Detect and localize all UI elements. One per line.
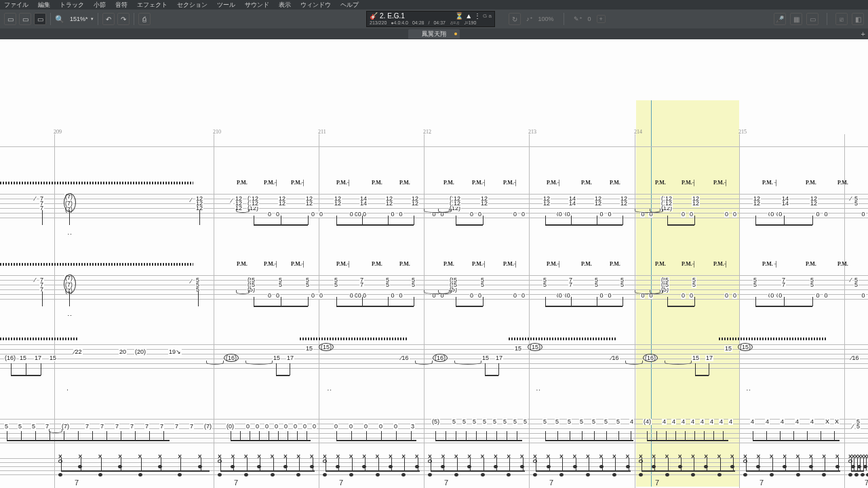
bar-position: 213/220 [370, 20, 387, 26]
layout-page-icon[interactable]: ▭ [4, 13, 16, 25]
menu-track[interactable]: トラック [60, 1, 84, 9]
menu-file[interactable]: ファイル [4, 1, 28, 9]
keyboard-icon[interactable]: ▭ [806, 13, 818, 25]
song-name: E.G.1 [387, 12, 405, 20]
layout-horizontal-icon[interactable]: ▭ [34, 13, 46, 25]
tuner-icon[interactable]: ✎⁺ [574, 16, 583, 22]
menu-effect[interactable]: エフェクト [137, 1, 167, 9]
time-current: 04:28 [412, 20, 425, 26]
key-label: G a [483, 13, 492, 19]
zoom-icon: 🔍 [55, 15, 64, 24]
timesig-icon: ♫=♫ [450, 20, 460, 26]
metronome-icon: ▲ [465, 12, 472, 20]
menu-sound[interactable]: サウンド [245, 1, 269, 9]
zoom-value[interactable]: 151%* [70, 16, 88, 22]
mixer-icon[interactable]: ⎚ [835, 13, 848, 25]
loop-percent[interactable]: 100% [538, 16, 554, 22]
loop-button[interactable]: ↻ [509, 13, 521, 25]
tab-active[interactable]: 鳳翼天翔 [408, 29, 460, 39]
menu-bar-m[interactable]: 小節 [94, 1, 106, 9]
menu-tool[interactable]: ツール [217, 1, 235, 9]
menu-section[interactable]: セクション [177, 1, 208, 9]
menu-window[interactable]: ウィンドウ [300, 1, 331, 9]
tab-title: 鳳翼天翔 [422, 30, 446, 39]
menu-bar: ファイル 編集 トラック 小節 音符 エフェクト セクション ツール サウンド … [0, 0, 868, 9]
mic-icon[interactable]: 🎤 [774, 13, 786, 25]
bar-number: 210 [213, 129, 221, 135]
guitar-icon: 🎸 [370, 12, 378, 20]
more-icon[interactable]: ⋮ [474, 12, 481, 20]
print-button[interactable]: ⎙ [138, 13, 151, 25]
add-tab-button[interactable]: + [861, 30, 865, 38]
score-area[interactable]: 209210211212213214215 P.M.P.M.┤P.M.┤P.M.… [0, 39, 868, 488]
undo-button[interactable]: ↶ [102, 13, 115, 25]
plus-button[interactable]: + [597, 15, 606, 23]
fretboard-icon[interactable]: ▦ [790, 13, 802, 25]
menu-view[interactable]: 表示 [279, 1, 291, 9]
timer-icon: ⏳ [455, 12, 463, 20]
layout-screen-icon[interactable]: ▭ [19, 13, 31, 25]
menu-help[interactable]: ヘルプ [340, 1, 359, 9]
settings-icon[interactable]: ◧ [852, 13, 864, 25]
beat-position: ●4.0:4.0 [391, 20, 408, 26]
zoom-dropdown-icon[interactable]: ▾ [91, 16, 94, 22]
redo-button[interactable]: ↷ [117, 13, 130, 25]
bar-number: 209 [54, 129, 62, 135]
time-total: 04:37 [433, 20, 446, 26]
bar-number: 215 [738, 129, 747, 135]
speed-icon: ♪⁺ [526, 16, 533, 22]
bar-number: 213 [528, 129, 536, 135]
toolbar: ▭ ▭ ▭ 🔍 151%* ▾ ↶ ↷ ⎙ |◀ ◀◀ ▮▮ ▶▶ ▶| 🎸 2… [0, 9, 868, 28]
bar-number: 214 [634, 129, 642, 135]
menu-edit[interactable]: 編集 [38, 1, 50, 9]
tab-modified-dot [454, 33, 457, 35]
bar-number: 211 [318, 129, 326, 135]
song-info-panel[interactable]: 🎸 2. E.G.1 ⏳ ▲ ⋮ G a 213/220 ●4.0:4.0 04… [366, 11, 495, 27]
song-number: 2. [380, 12, 385, 20]
document-tabs: 鳳翼天翔 + [0, 28, 868, 39]
rel-speed[interactable]: 0 [588, 16, 591, 22]
tempo-value: 190 [469, 20, 477, 25]
menu-note[interactable]: 音符 [115, 1, 127, 9]
bar-number: 212 [423, 129, 431, 135]
